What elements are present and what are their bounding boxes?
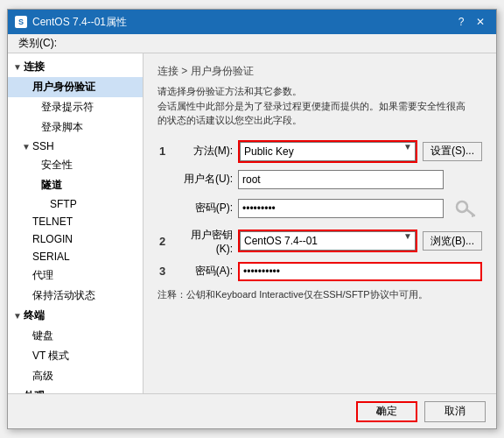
sidebar-item-login-script[interactable]: 登录脚本: [8, 117, 143, 138]
sidebar: ▼ 连接 用户身份验证 登录提示符: [8, 53, 144, 393]
ok-button[interactable]: 确定: [356, 401, 417, 422]
sidebar-item-terminal[interactable]: ▼ 终端: [8, 306, 143, 326]
sidebar-label-keyboard: 键盘: [32, 328, 53, 343]
sidebar-label-tunnel: 隧道: [41, 178, 62, 193]
sidebar-label-proxy: 代理: [32, 268, 53, 283]
method-row: 1 方法(M): Public Key Password Keyboard In…: [175, 140, 482, 163]
passphrase-label: 密码(A):: [175, 264, 238, 279]
expand-connect[interactable]: ▼: [11, 62, 24, 72]
badge-1: 1: [159, 145, 165, 158]
browse-button[interactable]: 浏览(B)...: [423, 231, 482, 251]
password-input[interactable]: [238, 199, 444, 218]
passphrase-input[interactable]: [238, 262, 482, 281]
badge-3: 3: [159, 265, 165, 278]
title-bar-left: S CentOS 7.4--01属性: [15, 15, 127, 30]
window-title: CentOS 7.4--01属性: [32, 15, 127, 30]
userkey-label: 用户密钥(K):: [175, 228, 238, 255]
sidebar-item-security[interactable]: 安全性: [8, 155, 143, 175]
password-label: 密码(P):: [175, 201, 238, 215]
sidebar-label-user-auth: 用户身份验证: [32, 80, 95, 95]
method-select[interactable]: Public Key Password Keyboard Interactive…: [240, 142, 416, 161]
sidebar-label-sftp: SFTP: [50, 198, 77, 210]
sidebar-label-ssh: SSH: [32, 140, 54, 152]
sidebar-label-login-script: 登录脚本: [41, 120, 83, 135]
title-buttons: ? ✕: [452, 14, 489, 30]
sidebar-item-ssh[interactable]: ▼ SSH: [8, 138, 143, 155]
title-bar: S CentOS 7.4--01属性 ? ✕: [8, 10, 496, 34]
sidebar-item-user-auth[interactable]: 用户身份验证: [8, 77, 143, 97]
description: 请选择身份验证方法和其它参数。 会话属性中此部分是为了登录过程更便捷而提供的。如…: [158, 84, 482, 128]
sidebar-label-security: 安全性: [41, 158, 73, 173]
sidebar-item-sftp[interactable]: SFTP: [8, 195, 143, 213]
content-area: ▼ 连接 用户身份验证 登录提示符: [8, 53, 496, 393]
expand-terminal[interactable]: ▼: [11, 311, 24, 321]
sidebar-item-appearance[interactable]: ▼ 外观: [8, 386, 143, 393]
svg-point-0: [457, 201, 467, 212]
sidebar-item-proxy[interactable]: 代理: [8, 265, 143, 286]
help-button[interactable]: ?: [452, 14, 470, 30]
note: 注释：公钥和Keyboard Interactive仅在SSH/SFTP协议中可…: [158, 288, 482, 301]
sidebar-label-serial: SERIAL: [32, 251, 70, 263]
sidebar-label-login-hint: 登录提示符: [41, 100, 94, 115]
sidebar-item-keyboard[interactable]: 键盘: [8, 326, 143, 346]
sidebar-label-terminal: 终端: [24, 308, 45, 323]
menu-bar: 类别(C):: [8, 34, 496, 53]
sidebar-label-rlogin: RLOGIN: [32, 233, 73, 245]
sidebar-item-vt-mode[interactable]: VT 模式: [8, 346, 143, 366]
sidebar-item-rlogin[interactable]: RLOGIN: [8, 230, 143, 248]
sidebar-label-connect: 连接: [24, 60, 45, 74]
userkey-row: 2 用户密钥(K): CentOS 7.4--01 ▼ 浏览(B)...: [175, 228, 482, 255]
sidebar-item-login-hint[interactable]: 登录提示符: [8, 97, 143, 117]
sidebar-item-tunnel[interactable]: 隧道: [8, 175, 143, 195]
username-label: 用户名(U):: [175, 172, 238, 187]
passphrase-row: 3 密码(A):: [175, 262, 482, 281]
sidebar-item-serial[interactable]: SERIAL: [8, 248, 143, 265]
sidebar-item-keepalive[interactable]: 保持活动状态: [8, 286, 143, 306]
username-row: 用户名(U):: [175, 170, 482, 189]
breadcrumb: 连接 > 用户身份验证: [158, 64, 482, 79]
method-label: 方法(M):: [175, 144, 238, 159]
badge-2: 2: [159, 235, 165, 248]
cancel-button[interactable]: 取消: [424, 401, 486, 422]
key-icon: [453, 196, 478, 221]
sidebar-item-telnet[interactable]: TELNET: [8, 213, 143, 230]
app-icon: S: [15, 16, 27, 28]
sidebar-label-advanced: 高级: [32, 369, 53, 384]
userkey-select[interactable]: CentOS 7.4--01: [240, 231, 416, 251]
sidebar-item-advanced[interactable]: 高级: [8, 366, 143, 386]
username-input[interactable]: [238, 170, 444, 189]
main-panel: 连接 > 用户身份验证 请选择身份验证方法和其它参数。 会话属性中此部分是为了登…: [144, 53, 496, 393]
settings-button[interactable]: 设置(S)...: [423, 142, 482, 161]
badge-4: 4: [376, 405, 382, 418]
close-button[interactable]: ✕: [472, 14, 489, 30]
expand-ssh[interactable]: ▼: [20, 142, 32, 152]
sidebar-item-connect[interactable]: ▼ 连接: [8, 57, 143, 77]
sidebar-label-vt-mode: VT 模式: [32, 349, 69, 364]
dialog-window: S CentOS 7.4--01属性 ? ✕ 类别(C): ▼ 连接: [7, 9, 497, 429]
sidebar-label-keepalive: 保持活动状态: [32, 288, 95, 303]
sidebar-label-telnet: TELNET: [32, 215, 73, 228]
password-row: 密码(P):: [175, 196, 482, 221]
bottom-bar: 4 确定 取消: [8, 393, 496, 428]
category-menu[interactable]: 类别(C):: [11, 34, 64, 53]
